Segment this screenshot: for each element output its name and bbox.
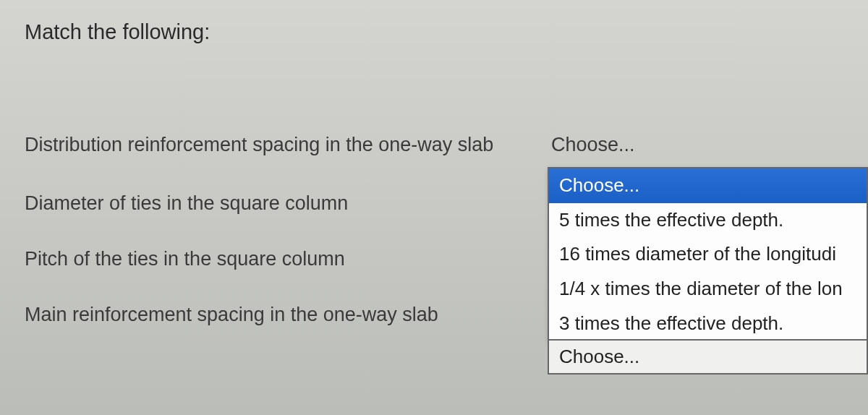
match-prompt: Diameter of ties in the square column — [25, 192, 545, 215]
match-prompt: Pitch of the ties in the square column — [25, 248, 545, 270]
dropdown-option[interactable]: 5 times the effective depth. — [549, 203, 867, 238]
dropdown-option[interactable]: 1/4 x times the diameter of the lon — [549, 272, 867, 307]
match-select[interactable]: Choose... — [548, 339, 868, 375]
match-select[interactable]: Choose... — [545, 131, 641, 159]
match-select-dropdown[interactable]: Choose... 5 times the effective depth. 1… — [548, 167, 868, 342]
match-prompt: Main reinforcement spacing in the one-wa… — [25, 304, 545, 326]
match-row: Distribution reinforcement spacing in th… — [25, 131, 868, 159]
dropdown-option[interactable]: Choose... — [549, 168, 867, 203]
dropdown-option[interactable]: 3 times the effective depth. — [549, 307, 867, 341]
question-heading: Match the following: — [25, 20, 868, 44]
match-prompt: Distribution reinforcement spacing in th… — [25, 134, 545, 156]
dropdown-option[interactable]: 16 times diameter of the longitudi — [549, 237, 867, 272]
